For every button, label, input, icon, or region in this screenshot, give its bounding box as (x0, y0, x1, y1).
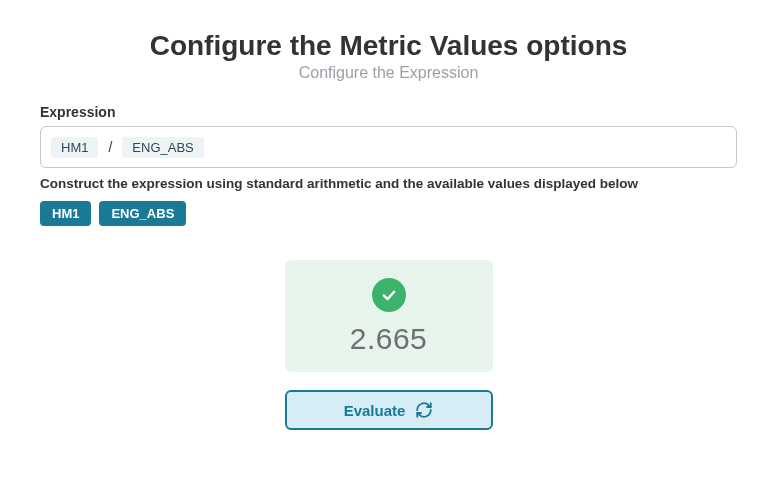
expression-input[interactable]: HM1 / ENG_ABS (40, 126, 737, 168)
page-title: Configure the Metric Values options (40, 30, 737, 62)
expression-label: Expression (40, 104, 737, 120)
evaluate-button-label: Evaluate (344, 402, 406, 419)
expression-token[interactable]: HM1 (51, 137, 98, 158)
expression-operator[interactable]: / (106, 139, 114, 155)
available-value-chip[interactable]: HM1 (40, 201, 91, 226)
expression-token[interactable]: ENG_ABS (122, 137, 203, 158)
available-value-chip[interactable]: ENG_ABS (99, 201, 186, 226)
page-subtitle: Configure the Expression (40, 64, 737, 82)
refresh-icon (415, 401, 433, 419)
result-value: 2.665 (350, 322, 428, 356)
expression-hint: Construct the expression using standard … (40, 176, 737, 191)
success-icon (372, 278, 406, 312)
available-values-row: HM1 ENG_ABS (40, 201, 737, 226)
result-card: 2.665 (285, 260, 493, 372)
evaluate-button[interactable]: Evaluate (285, 390, 493, 430)
